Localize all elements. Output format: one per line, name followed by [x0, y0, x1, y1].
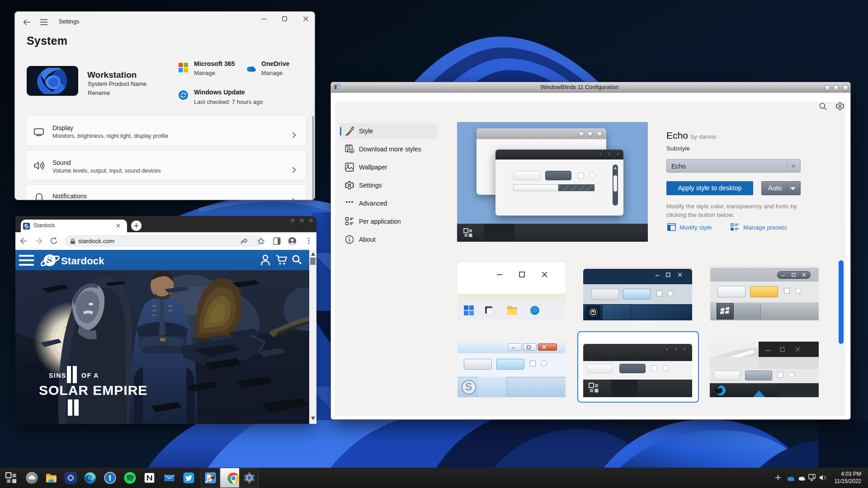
svg-text:OF A: OF A [81, 372, 99, 379]
svg-text:SOLAR EMPIRE: SOLAR EMPIRE [39, 383, 147, 398]
svg-text:SINS: SINS [49, 372, 66, 379]
